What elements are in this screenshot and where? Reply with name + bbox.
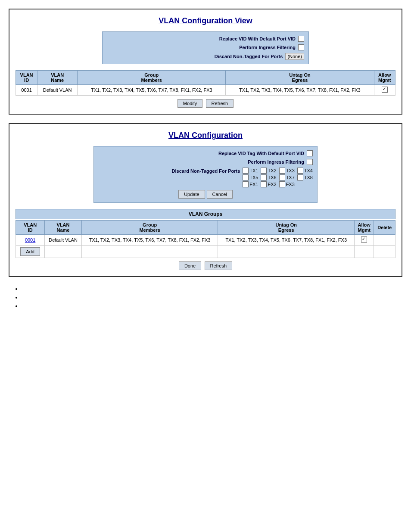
p2-col-vlan-name: VLANName — [45, 221, 82, 235]
cell-vlan-name: Default VLAN — [37, 85, 78, 96]
port-tx7[interactable]: TX7 — [279, 174, 295, 180]
cell-members: TX1, TX2, TX3, TX4, TX5, TX6, TX7, TX8, … — [78, 85, 226, 96]
port-tx8[interactable]: TX8 — [297, 174, 313, 180]
table-row: 0001 Default VLAN TX1, TX2, TX3, TX4, TX… — [16, 235, 395, 246]
port-fx1[interactable]: FX1 — [243, 181, 258, 187]
p2-col-group-members: GroupMembers — [81, 221, 218, 235]
ingress-checkbox[interactable] — [298, 44, 304, 50]
ports-row2: TX5 TX6 TX7 TX8 — [243, 174, 313, 180]
col-vlan-name: VLANName — [37, 71, 78, 85]
bullet-item-1 — [22, 286, 402, 292]
panel2-table: VLANID VLANName GroupMembers Untag OnEgr… — [16, 220, 395, 258]
tx7-checkbox[interactable] — [279, 174, 285, 180]
port-tx2[interactable]: TX2 — [261, 168, 276, 174]
bullet-item-2 — [22, 294, 402, 300]
panel1: VLAN Configuration View Replace VID With… — [9, 9, 402, 115]
p2-replace-vid-row: Replace VID Tag With Default Port VID — [94, 149, 317, 158]
fx3-checkbox[interactable] — [279, 181, 285, 187]
cancel-button[interactable]: Cancel — [207, 190, 233, 199]
p2-cell-members: TX1, TX2, TX3, TX4, TX5, TX6, TX7, TX8, … — [81, 235, 218, 246]
p2-action-row: Update Cancel — [94, 189, 317, 200]
p2-replace-vid-checkbox[interactable] — [307, 150, 313, 156]
cell-allow-mgmt — [374, 85, 395, 96]
panel1-buttons: Modify Refresh — [16, 99, 395, 108]
table-row: 0001 Default VLAN TX1, TX2, TX3, TX4, TX… — [16, 85, 395, 96]
panel2-buttons: Done Refresh — [16, 261, 395, 270]
fx2-checkbox[interactable] — [261, 181, 267, 187]
cell-vlan-id: 0001 — [16, 85, 37, 96]
ingress-label: Perform Ingress Filtering — [239, 45, 296, 50]
p2-col-allow-mgmt: AllowMgmt — [355, 221, 374, 235]
tx6-checkbox[interactable] — [261, 174, 267, 180]
p2-ingress-checkbox[interactable] — [307, 159, 313, 165]
p2-ingress-label: Perform Ingress Filtering — [248, 159, 304, 165]
done-button[interactable]: Done — [179, 261, 201, 270]
discard-row: Discard Non-Tagged For Ports (None) — [103, 52, 308, 61]
col-untag-egress: Untag OnEgress — [226, 71, 374, 85]
vlan-groups-header: VLAN Groups — [16, 209, 395, 219]
discard-value: (None) — [285, 53, 304, 60]
bullet-list — [9, 286, 402, 309]
modify-button[interactable]: Modify — [177, 99, 202, 108]
col-group-members: GroupMembers — [78, 71, 226, 85]
p2-col-untag-egress: Untag OnEgress — [218, 221, 355, 235]
vlan-id-link[interactable]: 0001 — [25, 237, 35, 243]
panel1-title: VLAN Configuration View — [16, 16, 395, 25]
panel2: VLAN Configuration Replace VID Tag With … — [9, 123, 402, 277]
fx1-checkbox[interactable] — [243, 181, 249, 187]
col-vlan-id: VLANID — [16, 71, 37, 85]
p2-ingress-row: Perform Ingress Filtering — [94, 158, 317, 166]
port-tx6[interactable]: TX6 — [261, 174, 276, 180]
p2-discard-label: Discard Non-Tagged For Ports — [172, 168, 240, 174]
cell-untag: TX1, TX2, TX3, TX4, TX5, TX6, TX7, TX8, … — [226, 85, 374, 96]
col-allow-mgmt: AllowMgmt — [374, 71, 395, 85]
port-tx4[interactable]: TX4 — [297, 168, 313, 174]
port-tx5[interactable]: TX5 — [243, 174, 258, 180]
p2-col-delete: Delete — [374, 221, 395, 235]
port-tx3[interactable]: TX3 — [279, 168, 295, 174]
panel1-table: VLANID VLANName GroupMembers Untag OnEgr… — [16, 70, 395, 96]
allow-mgmt-checkbox[interactable] — [382, 87, 388, 93]
replace-vid-checkbox[interactable] — [298, 36, 304, 42]
ports-row3: FX1 FX2 FX3 — [243, 181, 313, 187]
p2-allow-mgmt-checkbox[interactable] — [361, 236, 367, 243]
add-row: Add — [16, 246, 395, 258]
replace-vid-label: Replace VID With Default Port VID — [219, 36, 296, 41]
replace-vid-row: Replace VID With Default Port VID — [103, 34, 308, 43]
p2-cell-delete — [374, 235, 395, 246]
port-tx1[interactable]: TX1 — [243, 168, 258, 174]
panel2-title: VLAN Configuration — [16, 131, 395, 140]
p2-replace-vid-label: Replace VID Tag With Default Port VID — [218, 151, 304, 156]
panel1-form: Replace VID With Default Port VID Perfor… — [102, 31, 309, 64]
panel2-form: Replace VID Tag With Default Port VID Pe… — [93, 146, 318, 203]
update-button[interactable]: Update — [178, 190, 205, 199]
add-button[interactable]: Add — [20, 247, 40, 256]
p2-cell-vlan-id: 0001 — [16, 235, 45, 246]
add-cell: Add — [16, 246, 45, 258]
refresh-button-2[interactable]: Refresh — [205, 261, 233, 270]
bullet-item-3 — [22, 303, 402, 309]
tx1-checkbox[interactable] — [243, 168, 249, 174]
ports-grid: TX1 TX2 TX3 TX4 TX5 TX6 TX7 TX8 FX1 FX2 … — [243, 168, 313, 187]
p2-col-vlan-id: VLANID — [16, 221, 45, 235]
p2-cell-allow-mgmt — [355, 235, 374, 246]
ingress-row: Perform Ingress Filtering — [103, 43, 308, 52]
tx4-checkbox[interactable] — [297, 168, 303, 174]
port-fx2[interactable]: FX2 — [261, 181, 276, 187]
p2-discard-row: Discard Non-Tagged For Ports TX1 TX2 TX3… — [94, 166, 317, 189]
tx2-checkbox[interactable] — [261, 168, 267, 174]
ports-row1: TX1 TX2 TX3 TX4 — [243, 168, 313, 174]
p2-cell-vlan-name: Default VLAN — [45, 235, 82, 246]
refresh-button-1[interactable]: Refresh — [206, 99, 234, 108]
port-fx3[interactable]: FX3 — [279, 181, 295, 187]
p2-cell-untag: TX1, TX2, TX3, TX4, TX5, TX6, TX7, TX8, … — [218, 235, 355, 246]
tx5-checkbox[interactable] — [243, 174, 249, 180]
discard-label: Discard Non-Tagged For Ports — [215, 54, 283, 59]
tx8-checkbox[interactable] — [297, 174, 303, 180]
tx3-checkbox[interactable] — [279, 168, 285, 174]
